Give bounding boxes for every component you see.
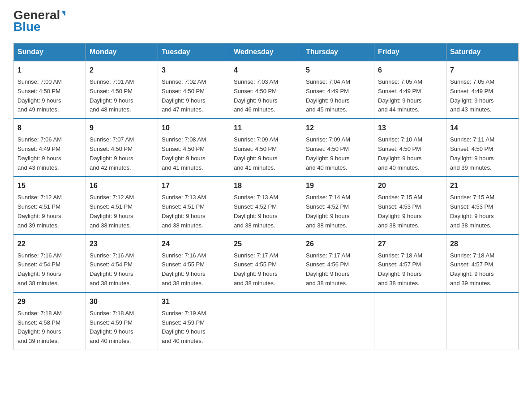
- day-number: 18: [234, 180, 298, 191]
- day-number: 27: [378, 239, 442, 249]
- calendar-cell: 4 Sunrise: 7:03 AMSunset: 4:50 PMDayligh…: [230, 61, 302, 119]
- calendar-cell: 11 Sunrise: 7:09 AMSunset: 4:50 PMDaylig…: [230, 119, 302, 176]
- calendar-week-5: 29 Sunrise: 7:18 AMSunset: 4:58 PMDaylig…: [14, 292, 519, 350]
- calendar-cell: 30 Sunrise: 7:18 AMSunset: 4:59 PMDaylig…: [86, 292, 158, 350]
- calendar-cell: 19 Sunrise: 7:14 AMSunset: 4:52 PMDaylig…: [302, 176, 374, 234]
- day-info: Sunrise: 7:18 AMSunset: 4:57 PMDaylight:…: [450, 252, 494, 287]
- day-info: Sunrise: 7:17 AMSunset: 4:55 PMDaylight:…: [234, 252, 278, 287]
- day-info: Sunrise: 7:11 AMSunset: 4:50 PMDaylight:…: [450, 136, 494, 171]
- calendar-cell: 26 Sunrise: 7:17 AMSunset: 4:56 PMDaylig…: [302, 235, 374, 292]
- weekday-header-tuesday: Tuesday: [158, 43, 230, 61]
- calendar-cell: 29 Sunrise: 7:18 AMSunset: 4:58 PMDaylig…: [14, 292, 86, 350]
- day-number: 28: [450, 239, 515, 249]
- day-number: 22: [17, 239, 82, 249]
- calendar-cell: 24 Sunrise: 7:16 AMSunset: 4:55 PMDaylig…: [158, 235, 230, 292]
- day-number: 19: [306, 180, 370, 191]
- calendar-cell: 10 Sunrise: 7:08 AMSunset: 4:50 PMDaylig…: [158, 119, 230, 176]
- day-number: 7: [450, 65, 515, 76]
- calendar-cell: 9 Sunrise: 7:07 AMSunset: 4:50 PMDayligh…: [86, 119, 158, 176]
- day-info: Sunrise: 7:06 AMSunset: 4:49 PMDaylight:…: [17, 136, 62, 171]
- day-number: 31: [162, 296, 226, 307]
- day-info: Sunrise: 7:12 AMSunset: 4:51 PMDaylight:…: [90, 194, 134, 228]
- calendar-cell: [302, 292, 374, 350]
- calendar-cell: 20 Sunrise: 7:15 AMSunset: 4:53 PMDaylig…: [374, 176, 446, 234]
- calendar-cell: [374, 292, 446, 350]
- day-number: 29: [17, 296, 82, 307]
- day-info: Sunrise: 7:13 AMSunset: 4:52 PMDaylight:…: [234, 194, 278, 228]
- calendar-cell: 23 Sunrise: 7:16 AMSunset: 4:54 PMDaylig…: [86, 235, 158, 292]
- calendar-cell: [446, 292, 519, 350]
- calendar-cell: 16 Sunrise: 7:12 AMSunset: 4:51 PMDaylig…: [86, 176, 158, 234]
- day-info: Sunrise: 7:18 AMSunset: 4:57 PMDaylight:…: [378, 252, 422, 287]
- day-number: 10: [162, 123, 226, 133]
- day-info: Sunrise: 7:12 AMSunset: 4:51 PMDaylight:…: [17, 194, 62, 228]
- day-number: 2: [90, 65, 154, 76]
- calendar-cell: 28 Sunrise: 7:18 AMSunset: 4:57 PMDaylig…: [446, 235, 519, 292]
- calendar-cell: 8 Sunrise: 7:06 AMSunset: 4:49 PMDayligh…: [14, 119, 86, 176]
- day-info: Sunrise: 7:04 AMSunset: 4:49 PMDaylight:…: [306, 78, 350, 113]
- calendar-cell: 25 Sunrise: 7:17 AMSunset: 4:55 PMDaylig…: [230, 235, 302, 292]
- calendar-cell: 21 Sunrise: 7:15 AMSunset: 4:53 PMDaylig…: [446, 176, 519, 234]
- calendar-cell: 17 Sunrise: 7:13 AMSunset: 4:51 PMDaylig…: [158, 176, 230, 234]
- day-number: 3: [162, 65, 226, 76]
- day-info: Sunrise: 7:03 AMSunset: 4:50 PMDaylight:…: [234, 78, 278, 113]
- calendar-cell: 6 Sunrise: 7:05 AMSunset: 4:49 PMDayligh…: [374, 61, 446, 119]
- day-number: 17: [162, 180, 226, 191]
- day-info: Sunrise: 7:05 AMSunset: 4:49 PMDaylight:…: [450, 78, 494, 113]
- day-info: Sunrise: 7:00 AMSunset: 4:50 PMDaylight:…: [17, 78, 62, 113]
- day-number: 14: [450, 123, 515, 133]
- day-number: 8: [17, 123, 82, 133]
- day-info: Sunrise: 7:19 AMSunset: 4:59 PMDaylight:…: [162, 310, 206, 344]
- weekday-header-wednesday: Wednesday: [230, 43, 302, 61]
- day-number: 1: [17, 65, 82, 76]
- day-number: 12: [306, 123, 370, 133]
- day-info: Sunrise: 7:07 AMSunset: 4:50 PMDaylight:…: [90, 136, 134, 171]
- calendar-cell: 27 Sunrise: 7:18 AMSunset: 4:57 PMDaylig…: [374, 235, 446, 292]
- day-info: Sunrise: 7:09 AMSunset: 4:50 PMDaylight:…: [306, 136, 350, 171]
- weekday-header-monday: Monday: [86, 43, 158, 61]
- day-info: Sunrise: 7:16 AMSunset: 4:54 PMDaylight:…: [90, 252, 134, 287]
- day-number: 9: [90, 123, 154, 133]
- calendar-week-3: 15 Sunrise: 7:12 AMSunset: 4:51 PMDaylig…: [14, 176, 519, 234]
- day-number: 25: [234, 239, 298, 249]
- calendar-header-row: SundayMondayTuesdayWednesdayThursdayFrid…: [14, 43, 519, 61]
- calendar-cell: [230, 292, 302, 350]
- calendar-cell: 13 Sunrise: 7:10 AMSunset: 4:50 PMDaylig…: [374, 119, 446, 176]
- day-info: Sunrise: 7:01 AMSunset: 4:50 PMDaylight:…: [90, 78, 134, 113]
- day-number: 5: [306, 65, 370, 76]
- day-number: 26: [306, 239, 370, 249]
- day-info: Sunrise: 7:16 AMSunset: 4:55 PMDaylight:…: [162, 252, 206, 287]
- calendar-cell: 1 Sunrise: 7:00 AMSunset: 4:50 PMDayligh…: [14, 61, 86, 119]
- day-info: Sunrise: 7:09 AMSunset: 4:50 PMDaylight:…: [234, 136, 278, 171]
- calendar-week-4: 22 Sunrise: 7:16 AMSunset: 4:54 PMDaylig…: [14, 235, 519, 292]
- day-info: Sunrise: 7:10 AMSunset: 4:50 PMDaylight:…: [378, 136, 422, 171]
- day-number: 23: [90, 239, 154, 249]
- day-number: 16: [90, 180, 154, 191]
- day-info: Sunrise: 7:05 AMSunset: 4:49 PMDaylight:…: [378, 78, 422, 113]
- calendar-week-1: 1 Sunrise: 7:00 AMSunset: 4:50 PMDayligh…: [14, 61, 519, 119]
- day-info: Sunrise: 7:14 AMSunset: 4:52 PMDaylight:…: [306, 194, 350, 228]
- day-info: Sunrise: 7:15 AMSunset: 4:53 PMDaylight:…: [378, 194, 422, 228]
- calendar-cell: 18 Sunrise: 7:13 AMSunset: 4:52 PMDaylig…: [230, 176, 302, 234]
- day-info: Sunrise: 7:13 AMSunset: 4:51 PMDaylight:…: [162, 194, 206, 228]
- weekday-header-saturday: Saturday: [446, 43, 519, 61]
- day-info: Sunrise: 7:08 AMSunset: 4:50 PMDaylight:…: [162, 136, 206, 171]
- day-number: 6: [378, 65, 442, 76]
- page-header: General Blue: [13, 9, 519, 34]
- weekday-header-sunday: Sunday: [14, 43, 86, 61]
- day-info: Sunrise: 7:02 AMSunset: 4:50 PMDaylight:…: [162, 78, 206, 113]
- calendar-cell: 7 Sunrise: 7:05 AMSunset: 4:49 PMDayligh…: [446, 61, 519, 119]
- day-number: 20: [378, 180, 442, 191]
- day-number: 21: [450, 180, 515, 191]
- calendar-cell: 5 Sunrise: 7:04 AMSunset: 4:49 PMDayligh…: [302, 61, 374, 119]
- day-number: 24: [162, 239, 226, 249]
- calendar-cell: 31 Sunrise: 7:19 AMSunset: 4:59 PMDaylig…: [158, 292, 230, 350]
- day-number: 4: [234, 65, 298, 76]
- calendar-cell: 12 Sunrise: 7:09 AMSunset: 4:50 PMDaylig…: [302, 119, 374, 176]
- day-info: Sunrise: 7:16 AMSunset: 4:54 PMDaylight:…: [17, 252, 62, 287]
- day-number: 13: [378, 123, 442, 133]
- calendar-cell: 14 Sunrise: 7:11 AMSunset: 4:50 PMDaylig…: [446, 119, 519, 176]
- calendar-cell: 3 Sunrise: 7:02 AMSunset: 4:50 PMDayligh…: [158, 61, 230, 119]
- day-number: 15: [17, 180, 82, 191]
- calendar-table: SundayMondayTuesdayWednesdayThursdayFrid…: [13, 43, 519, 350]
